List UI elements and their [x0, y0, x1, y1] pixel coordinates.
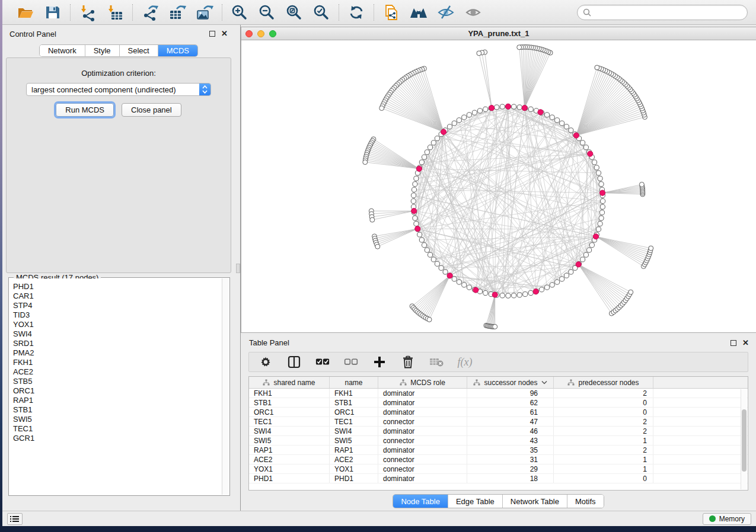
table-options-gear-icon[interactable] — [259, 355, 273, 369]
network-window-title: YPA_prune.txt_1 — [241, 29, 756, 38]
zoom-selected-icon[interactable] — [312, 3, 331, 22]
export-image-icon[interactable] — [195, 3, 214, 22]
task-list-icon — [10, 515, 20, 523]
table-cell-name: YOX1 — [330, 464, 378, 473]
search-input[interactable] — [594, 8, 742, 17]
apply-layout-icon[interactable] — [347, 3, 366, 22]
mcds-result-item[interactable]: STB1 — [13, 405, 222, 415]
table-cell-successor-nodes: 61 — [467, 408, 554, 416]
function-builder-icon: f(x) — [458, 355, 472, 369]
table-row[interactable]: FKH1FKH1dominator962 — [249, 389, 748, 398]
mcds-result-item[interactable]: ORC1 — [13, 386, 222, 396]
hide-selected-eye-icon[interactable] — [436, 3, 455, 22]
first-neighbors-icon[interactable] — [409, 3, 428, 22]
save-session-icon[interactable] — [43, 3, 62, 22]
run-mcds-button[interactable]: Run MCDS — [56, 103, 114, 117]
table-row[interactable]: ORC1ORC1dominator610 — [249, 408, 748, 417]
table-row[interactable]: TEC1TEC1connector472 — [249, 417, 748, 427]
table-row[interactable]: YOX1YOX1connector291 — [249, 464, 748, 474]
table-row[interactable]: PHD1PHD1dominator180 — [249, 474, 748, 483]
tab-node-table[interactable]: Node Table — [393, 495, 448, 508]
column-header-filler — [653, 377, 748, 388]
table-row[interactable]: RAP1RAP1dominator352 — [249, 446, 748, 455]
tab-select[interactable]: Select — [120, 45, 158, 56]
memory-label: Memory — [719, 515, 745, 523]
table-row[interactable]: SWI4SWI4dominator462 — [249, 427, 748, 436]
zoom-fit-icon[interactable] — [285, 3, 304, 22]
table-cell-predecessor-nodes: 2 — [554, 417, 653, 426]
mcds-result-item[interactable]: YOX1 — [13, 320, 222, 329]
mcds-result-item[interactable]: FKH1 — [13, 358, 222, 367]
splitter-grip[interactable] — [236, 264, 240, 273]
tab-motifs[interactable]: Motifs — [567, 495, 604, 508]
memory-button[interactable]: Memory — [703, 513, 751, 525]
mcds-result-item[interactable]: TID3 — [13, 310, 222, 320]
mcds-result-item[interactable]: SWI5 — [13, 415, 222, 424]
table-scrollbar[interactable] — [741, 389, 747, 489]
import-table-icon[interactable] — [106, 3, 125, 22]
mcds-result-item[interactable]: PMA2 — [13, 348, 222, 358]
panel-splitter[interactable] — [235, 25, 241, 511]
deselect-all-checkboxes-icon[interactable] — [344, 355, 358, 369]
float-table-panel-icon[interactable] — [731, 340, 736, 346]
column-header-name[interactable]: name — [330, 377, 378, 388]
table-row[interactable]: ACE2ACE2connector311 — [249, 455, 748, 464]
mcds-result-item[interactable]: RAP1 — [13, 396, 222, 405]
export-network-icon[interactable] — [141, 3, 160, 22]
optimization-criterion-select[interactable]: largest connected component (undirected) — [26, 83, 211, 96]
zoom-in-icon[interactable] — [230, 3, 249, 22]
table-row[interactable]: SWI5SWI5connector431 — [249, 436, 748, 446]
close-panel-button[interactable]: Close panel — [122, 103, 181, 117]
float-panel-icon[interactable] — [209, 31, 215, 37]
table-cell-shared-name: PHD1 — [249, 474, 330, 483]
mcds-result-item[interactable]: PHD1 — [13, 282, 222, 291]
column-header-predecessor-nodes[interactable]: predecessor nodes — [554, 377, 653, 388]
mcds-result-item[interactable]: SWI4 — [13, 329, 222, 339]
network-canvas[interactable] — [241, 40, 756, 332]
mcds-result-item[interactable]: ACE2 — [13, 367, 222, 377]
table-cell-predecessor-nodes: 2 — [554, 389, 653, 398]
table-cell-filler — [653, 408, 748, 416]
zoom-out-icon[interactable] — [257, 3, 276, 22]
mcds-result-item[interactable]: TEC1 — [13, 424, 222, 434]
show-all-eye-icon[interactable] — [464, 3, 483, 22]
mcds-result-list[interactable]: PHD1CAR1STP4TID3YOX1SWI4SRD1PMA2FKH1ACE2… — [9, 278, 222, 495]
mcds-result-item[interactable]: CAR1 — [13, 291, 222, 301]
table-cell-name: SWI4 — [330, 427, 378, 435]
open-file-icon[interactable] — [16, 3, 35, 22]
column-header-shared-name[interactable]: shared name — [249, 377, 330, 388]
dropdown-stepper-icon — [199, 84, 210, 95]
task-history-button[interactable] — [7, 513, 23, 525]
table-row[interactable]: STB1STB1dominator620 — [249, 398, 748, 408]
mcds-result-item[interactable]: STP4 — [13, 301, 222, 310]
window-minimize-icon[interactable] — [257, 30, 264, 37]
column-manager-icon[interactable] — [287, 355, 301, 369]
window-close-icon[interactable] — [245, 30, 253, 37]
close-table-panel-icon[interactable]: ✕ — [742, 340, 749, 346]
mcds-result-item[interactable]: STB5 — [13, 377, 222, 386]
tab-edge-table[interactable]: Edge Table — [448, 495, 503, 508]
add-column-icon[interactable] — [372, 355, 387, 369]
table-scrollbar-thumb[interactable] — [742, 409, 747, 472]
tab-mcds[interactable]: MCDS — [158, 45, 197, 56]
table-cell-filler — [653, 455, 748, 464]
mcds-result-item[interactable]: GCR1 — [13, 434, 222, 443]
clone-network-icon[interactable] — [382, 3, 401, 22]
close-panel-icon[interactable]: ✕ — [221, 31, 228, 37]
selected-criterion: largest connected component (undirected) — [27, 85, 199, 94]
column-header-mcds-role[interactable]: MCDS role — [378, 377, 467, 388]
mcds-result-item[interactable]: SRD1 — [13, 339, 222, 348]
tab-network[interactable]: Network — [40, 45, 85, 56]
window-zoom-icon[interactable] — [269, 30, 276, 37]
tab-network-table[interactable]: Network Table — [503, 495, 567, 508]
table-cell-shared-name: STB1 — [249, 398, 330, 407]
result-list-scrollbar[interactable] — [222, 278, 229, 495]
search-field[interactable] — [577, 5, 748, 20]
mcds-tab-content: Optimization criterion: largest connecte… — [6, 57, 231, 273]
tab-style[interactable]: Style — [85, 45, 120, 56]
import-network-icon[interactable] — [78, 3, 97, 22]
select-all-checkboxes-icon[interactable] — [315, 355, 330, 369]
column-header-successor-nodes[interactable]: successor nodes — [467, 377, 554, 388]
export-table-icon[interactable] — [168, 3, 187, 22]
delete-columns-trash-icon[interactable] — [401, 355, 415, 369]
